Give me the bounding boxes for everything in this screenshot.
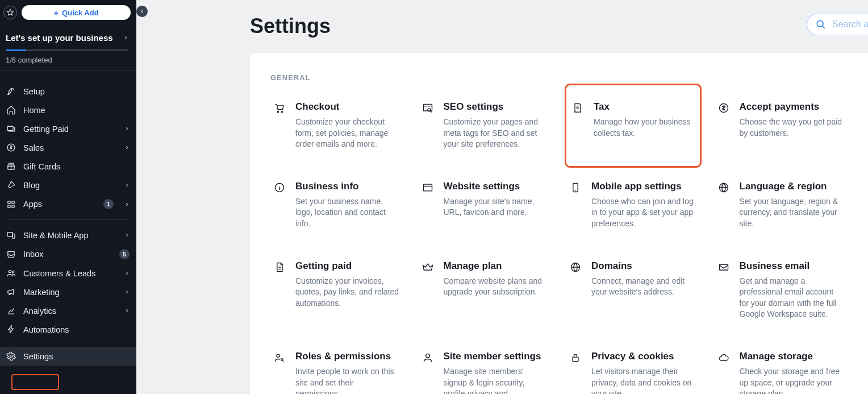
tile-site-members[interactable]: Site member settings Manage site members… [419, 347, 552, 394]
tile-title: Business info [295, 181, 400, 192]
chevron-left-icon [139, 9, 145, 14]
rocket-icon [6, 86, 16, 96]
tile-business-info[interactable]: Business info Set your business name, lo… [270, 177, 404, 233]
chevron-right-icon [124, 308, 130, 313]
search-icon [815, 19, 827, 30]
label: Gift Cards [23, 162, 130, 171]
tile-roles-permissions[interactable]: Roles & permissions Invite people to wor… [270, 347, 404, 394]
tile-title: Manage storage [740, 351, 845, 362]
tile-manage-storage[interactable]: Manage storage Check your storage and fr… [715, 347, 848, 394]
gift-icon [6, 161, 16, 171]
label: Analytics [23, 306, 114, 316]
tile-title: Tax [594, 101, 694, 113]
sidebar-item-analytics[interactable]: Analytics [0, 301, 136, 320]
label: Automations [23, 325, 130, 334]
sidebar-item-setup[interactable]: Setup [0, 82, 136, 101]
tile-desc: Customize your invoices, quotes, pay lin… [295, 276, 400, 309]
apps-icon [6, 200, 16, 209]
label: Marketing [23, 288, 114, 297]
label: Site & Mobile App [23, 231, 114, 240]
chevron-right-icon [124, 271, 130, 276]
tile-mobile-app[interactable]: Mobile app settings Choose who can join … [566, 177, 700, 233]
pen-icon [6, 180, 16, 190]
cloud-icon [718, 351, 731, 394]
svg-rect-4 [11, 201, 14, 203]
tile-title: Website settings [444, 181, 549, 192]
svg-point-25 [281, 359, 283, 360]
quick-add-label: Quick Add [62, 9, 99, 17]
tile-desc: Manage how your business collects tax. [594, 117, 694, 139]
search-placeholder: Search al [832, 19, 868, 30]
label: Customers & Leads [23, 269, 114, 278]
label: Sales [23, 143, 114, 152]
sidebar-item-customers[interactable]: Customers & Leads [0, 264, 136, 283]
favorite-icon[interactable] [3, 6, 17, 19]
dollar-icon [6, 143, 16, 152]
sidebar-item-gift-cards[interactable]: Gift Cards [0, 157, 136, 176]
tile-privacy-cookies[interactable]: Privacy & cookies Let visitors manage th… [566, 347, 700, 394]
tile-title: Accept payments [740, 101, 845, 113]
apps-badge: 1 [103, 199, 114, 209]
mail-icon [718, 260, 731, 320]
tile-title: Domains [591, 260, 696, 272]
svg-point-12 [817, 20, 823, 27]
sidebar-item-getting-paid[interactable]: Getting Paid [0, 119, 136, 138]
tile-desc: Choose who can join and log in to your a… [591, 196, 696, 230]
sidebar-item-automations[interactable]: Automations [0, 320, 136, 339]
tile-website-settings[interactable]: Website settings Manage your site's name… [419, 177, 552, 233]
inbox-badge: 5 [119, 249, 130, 259]
tile-seo[interactable]: SEO settings Customize your pages and me… [419, 98, 552, 154]
tile-getting-paid[interactable]: Getting paid Customize your invoices, qu… [270, 257, 404, 324]
sidebar-item-sales[interactable]: Sales [0, 138, 136, 157]
chevron-right-icon [124, 289, 130, 295]
svg-rect-6 [11, 205, 14, 207]
tile-desc: Manage your site's name, URL, favicon an… [444, 196, 549, 218]
users-icon [6, 268, 16, 278]
tile-desc: Check your storage and free up space, or… [740, 366, 845, 394]
svg-rect-3 [7, 201, 10, 203]
label: Settings [23, 352, 130, 361]
svg-rect-5 [7, 205, 10, 207]
sidebar-item-home[interactable]: Home [0, 101, 136, 119]
globe-link-icon [570, 260, 582, 320]
invoice-icon [274, 260, 286, 320]
tile-desc: Get and manage a professional email acco… [740, 276, 845, 320]
tile-tax[interactable]: Tax Manage how your business collects ta… [566, 85, 700, 166]
sidebar-item-site-app[interactable]: Site & Mobile App [0, 226, 136, 244]
settings-highlight-box [12, 375, 58, 389]
tile-business-email[interactable]: Business email Get and manage a professi… [715, 257, 848, 324]
search-button[interactable]: Search al [807, 14, 868, 35]
gear-icon [6, 351, 16, 361]
svg-point-24 [277, 354, 279, 357]
sidebar-item-marketing[interactable]: Marketing [0, 283, 136, 301]
setup-business-item[interactable]: Let's set up your business [6, 33, 128, 43]
label: Home [23, 106, 130, 115]
browser-icon [422, 181, 435, 230]
setup-progress-text: 1/6 completed [6, 56, 128, 64]
sidebar-item-blog[interactable]: Blog [0, 176, 136, 194]
tile-desc: Let visitors manage their privacy, data … [591, 366, 696, 394]
tile-title: Mobile app settings [591, 181, 696, 192]
sidebar-item-settings[interactable]: Settings [0, 347, 136, 366]
sidebar-item-inbox[interactable]: Inbox 5 [0, 244, 136, 264]
tile-domains[interactable]: Domains Connect, manage and edit your we… [566, 257, 700, 324]
browser-search-icon [422, 101, 435, 150]
svg-point-26 [425, 354, 429, 358]
tile-desc: Connect, manage and edit your website's … [591, 276, 696, 298]
chevron-right-icon [123, 35, 128, 40]
user-icon [422, 351, 435, 394]
tile-checkout[interactable]: Checkout Customize your checkout form, s… [270, 98, 404, 154]
tile-manage-plan[interactable]: Manage plan Compare website plans and up… [419, 257, 552, 324]
section-header-general: GENERAL [270, 73, 848, 82]
tile-accept-payments[interactable]: Accept payments Choose the way you get p… [715, 98, 848, 154]
tile-title: SEO settings [444, 101, 549, 113]
sidebar-collapse-button[interactable] [136, 6, 148, 17]
quick-add-button[interactable]: + Quick Add [22, 5, 131, 20]
sidebar-item-apps[interactable]: Apps 1 [0, 194, 136, 214]
info-icon [274, 181, 286, 230]
svg-point-11 [10, 355, 12, 357]
tile-title: Language & region [740, 181, 845, 192]
tile-language-region[interactable]: Language & region Set your language, reg… [715, 177, 848, 233]
label: Inbox [23, 250, 112, 259]
tile-title: Roles & permissions [295, 351, 400, 362]
